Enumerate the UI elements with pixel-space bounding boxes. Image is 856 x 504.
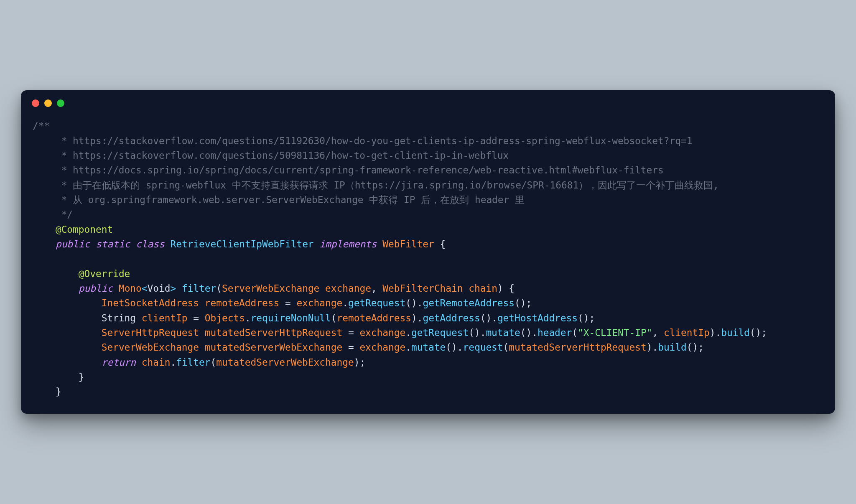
paren-close: ): [474, 327, 480, 338]
id-exchange: exchange: [359, 327, 405, 338]
type-inet: InetSocketAddress: [102, 298, 199, 308]
type-string: String: [102, 313, 136, 323]
dot: .: [715, 327, 721, 338]
semi: ;: [589, 313, 595, 323]
dot: .: [405, 342, 411, 353]
paren-open: (: [211, 357, 217, 368]
paren-close: ): [497, 283, 503, 294]
angle-close: >: [170, 283, 176, 294]
comma: ,: [371, 283, 377, 294]
id-clientip: clientIp: [142, 313, 188, 323]
type-void: Void: [148, 283, 171, 294]
comment: * https://docs.spring.io/spring/docs/cur…: [33, 165, 664, 176]
annotation-override: @Override: [79, 268, 130, 279]
kw-return: return: [102, 357, 136, 368]
paren-close: ): [354, 357, 360, 368]
minimize-icon[interactable]: [44, 99, 52, 107]
brace-open: {: [509, 283, 515, 294]
paren-open: (: [515, 298, 520, 308]
semi: ;: [526, 298, 532, 308]
paren-open: (: [216, 283, 222, 294]
interface-name: WebFilter: [382, 239, 434, 249]
dot: .: [342, 298, 348, 308]
type-wfc: WebFilterChain: [382, 283, 463, 294]
maximize-icon[interactable]: [57, 99, 64, 107]
id-chain: chain: [142, 357, 171, 368]
id-remote: remoteAddress: [205, 298, 279, 308]
code-window: /** * https://stackoverflow.com/question…: [21, 90, 835, 413]
class-name: RetrieveClientIpWebFilter: [170, 239, 313, 249]
paren-open: (: [503, 342, 509, 353]
dot: .: [532, 327, 538, 338]
type-shr: ServerHttpRequest: [102, 327, 199, 338]
comment: * 由于在低版本的 spring-webflux 中不支持直接获得请求 IP（h…: [33, 180, 719, 191]
semi: ;: [761, 327, 767, 338]
dot: .: [457, 342, 463, 353]
id-clientip: clientIp: [664, 327, 710, 338]
paren-close: ): [411, 298, 417, 308]
id-remote: remoteAddress: [337, 313, 411, 323]
paren-close: ): [526, 327, 532, 338]
id-mshr: mutatedServerHttpRequest: [509, 342, 646, 353]
dot: .: [417, 313, 423, 323]
type-objects: Objects: [205, 313, 245, 323]
paren-close: ): [693, 342, 698, 353]
comment: * https://stackoverflow.com/questions/51…: [33, 135, 692, 146]
comment: * https://stackoverflow.com/questions/50…: [33, 150, 509, 161]
kw-public: public: [79, 283, 113, 294]
fn-build: build: [658, 342, 687, 353]
paren-open: (: [469, 327, 474, 338]
titlebar: [21, 90, 835, 111]
comment: */: [33, 209, 73, 220]
id-exchange: exchange: [359, 342, 405, 353]
paren-close: ): [486, 313, 492, 323]
paren-open: (: [331, 313, 337, 323]
kw-class: class: [136, 239, 165, 249]
semi: ;: [359, 357, 365, 368]
brace-close: }: [79, 372, 84, 382]
paren-close: ): [756, 327, 762, 338]
fn-mutate: mutate: [486, 327, 520, 338]
dot: .: [417, 298, 423, 308]
comma: ,: [652, 327, 658, 338]
dot: .: [245, 313, 251, 323]
annotation-component: @Component: [56, 224, 113, 235]
id-mswe: mutatedServerWebExchange: [216, 357, 354, 368]
eq: =: [193, 313, 199, 323]
fn-getrequest: getRequest: [348, 298, 405, 308]
fn-filter: filter: [176, 357, 210, 368]
paren-close: ): [451, 342, 457, 353]
id-exchange: exchange: [296, 298, 342, 308]
eq: =: [348, 327, 354, 338]
paren-close: ): [647, 342, 652, 353]
paren-close: ): [583, 313, 589, 323]
kw-implements: implements: [319, 239, 377, 249]
string-literal: "X-CLIENT-IP": [578, 327, 652, 338]
fn-build: build: [721, 327, 750, 338]
fn-filter: filter: [182, 283, 216, 294]
fn-getaddress: getAddress: [423, 313, 480, 323]
id-exchange: exchange: [325, 283, 371, 294]
paren-open: (: [446, 342, 451, 353]
paren-open: (: [480, 313, 486, 323]
close-icon[interactable]: [32, 99, 39, 107]
eq: =: [348, 342, 354, 353]
dot: .: [480, 327, 486, 338]
fn-header: header: [538, 327, 572, 338]
fn-getrequest: getRequest: [411, 327, 469, 338]
dot: .: [405, 327, 411, 338]
paren-close: ): [710, 327, 716, 338]
kw-public: public: [56, 239, 90, 249]
semi: ;: [698, 342, 704, 353]
fn-requirenonnull: requireNonNull: [251, 313, 331, 323]
paren-open: (: [572, 327, 578, 338]
fn-request: request: [463, 342, 503, 353]
kw-static: static: [96, 239, 130, 249]
paren-open: (: [520, 327, 526, 338]
comment: /**: [33, 120, 50, 131]
comment: * 从 org.springframework.web.server.Serve…: [33, 194, 525, 205]
paren-open: (: [687, 342, 693, 353]
fn-mutate: mutate: [411, 342, 446, 353]
type-mono: Mono: [119, 283, 142, 294]
dot: .: [652, 342, 658, 353]
